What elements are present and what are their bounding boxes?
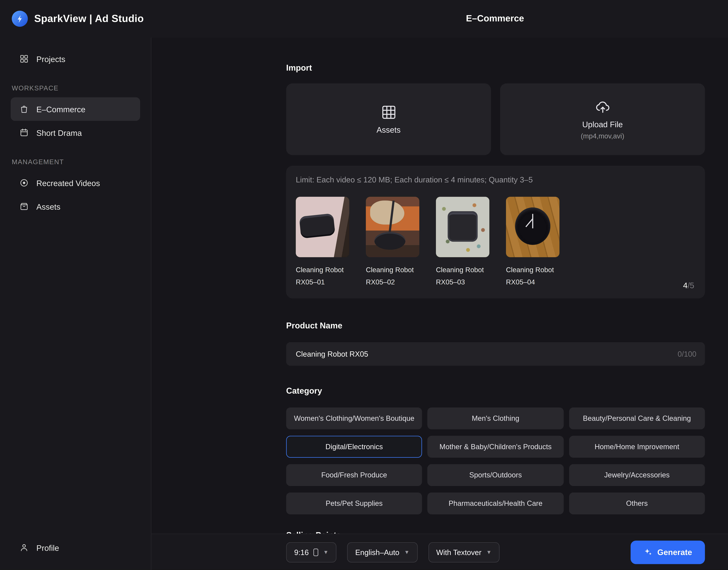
sidebar-item-label: E–Commerce [36,104,85,113]
import-cards: Assets Upload File (mp4,mov,avi) [286,83,705,155]
bottom-action-bar: 9:16 ▼ English–Auto ▼ With Textover ▼ Ge… [152,534,728,570]
archive-box-icon [19,202,29,211]
upload-file-card[interactable]: Upload File (mp4,mov,avi) [500,83,705,155]
uploaded-videos-panel: Limit: Each video ≤ 120 MB; Each duratio… [286,166,705,298]
video-item: Cleaning Robot RX05–03 [436,197,489,289]
video-item: Cleaning Robot RX05–04 [506,197,559,289]
video-title-line2: RX05–01 [296,276,349,289]
sidebar-item-label: Short Drama [36,128,82,137]
sidebar-item-short-drama[interactable]: Short Drama [11,121,140,145]
category-option[interactable]: Women's Clothing/Women's Boutique [286,407,422,429]
video-thumbnail[interactable] [366,197,419,257]
category-option[interactable]: Sports/Outdoors [428,464,563,486]
generate-button[interactable]: Generate [631,540,705,564]
main-content: Import Assets Upload File (mp4,mov,avi) … [152,37,728,570]
sidebar-item-profile[interactable]: Profile [11,536,141,559]
video-count-total: /5 [688,281,694,290]
sidebar-item-label: Recreated Videos [36,178,100,187]
video-title-line1: Cleaning Robot [436,264,489,276]
sidebar-section-management: MANAGEMENT [12,158,140,166]
sidebar-item-projects[interactable]: Projects [11,47,140,71]
category-grid: Women's Clothing/Women's Boutique Men's … [286,407,705,514]
upload-card-formats: (mp4,mov,avi) [581,132,624,140]
sidebar-item-label: Projects [36,54,65,63]
shopping-bag-icon [19,104,29,114]
category-option[interactable]: Pets/Pet Supplies [286,492,422,514]
brand-logo-icon [12,11,28,27]
upload-cloud-icon [594,99,611,115]
video-title-line2: RX05–03 [436,276,489,289]
category-option[interactable]: Pharmaceuticals/Health Care [428,492,563,514]
page-title: E–Commerce [152,13,728,24]
sidebar: Projects WORKSPACE E–Commerce Short Dram… [0,37,152,570]
product-name-input[interactable] [295,349,678,359]
category-option[interactable]: Others [569,492,705,514]
sidebar-section-workspace: WORKSPACE [12,84,140,92]
video-thumbnail[interactable] [506,197,559,257]
textover-value: With Textover [436,548,482,556]
upload-card-label: Upload File [582,119,623,128]
language-dropdown[interactable]: English–Auto ▼ [347,542,418,562]
projects-icon [19,54,29,64]
chevron-down-icon: ▼ [404,549,410,555]
generate-label: Generate [657,548,692,557]
video-thumbnail[interactable] [436,197,489,257]
product-name-field: 0/100 [286,342,705,366]
character-counter: 0/100 [678,350,696,358]
sidebar-item-recreated-videos[interactable]: Recreated Videos [11,171,140,195]
sidebar-item-ecommerce[interactable]: E–Commerce [11,97,140,121]
import-heading: Import [286,63,705,73]
video-thumbnail[interactable] [296,197,349,257]
chevron-down-icon: ▼ [486,549,492,555]
assets-card-label: Assets [377,125,401,134]
language-value: English–Auto [355,548,399,556]
person-icon [19,543,29,552]
app-window: SparkView | Ad Studio E–Commerce Project… [0,0,728,570]
category-option[interactable]: Beauty/Personal Care & Cleaning [569,407,705,429]
assets-import-card[interactable]: Assets [286,83,491,155]
film-grid-icon [381,104,397,120]
video-title-line1: Cleaning Robot [366,264,419,276]
video-thumbnails: Cleaning Robot RX05–01 Cleaning Robot RX… [296,197,695,289]
chevron-down-icon: ▼ [323,549,328,555]
category-option[interactable]: Home/Home Improvement [569,436,705,458]
video-count: 4/5 [683,281,694,290]
video-title-line2: RX05–02 [366,276,419,289]
category-option[interactable]: Food/Fresh Produce [286,464,422,486]
video-title-line2: RX05–04 [506,276,559,289]
category-option-selected[interactable]: Digital/Electronics [286,436,422,458]
sidebar-item-label: Assets [36,202,60,211]
video-item: Cleaning Robot RX05–01 [296,197,349,289]
video-count-current: 4 [683,281,688,290]
portrait-orientation-icon [314,548,318,556]
category-option[interactable]: Men's Clothing [428,407,563,429]
sidebar-item-assets[interactable]: Assets [11,195,140,218]
category-option[interactable]: Jewelry/Accessories [569,464,705,486]
category-heading: Category [286,386,705,395]
video-title-line1: Cleaning Robot [506,264,559,276]
textover-dropdown[interactable]: With Textover ▼ [428,542,500,562]
video-item: Cleaning Robot RX05–02 [366,197,419,289]
record-icon [19,178,29,188]
sidebar-item-label: Profile [36,543,59,552]
video-title-line1: Cleaning Robot [296,264,349,276]
calendar-icon [19,128,29,137]
brand-name: SparkView | Ad Studio [34,13,144,25]
category-option[interactable]: Mother & Baby/Children's Products [428,436,563,458]
aspect-ratio-value: 9:16 [294,548,309,556]
sparkle-icon [644,548,653,557]
upload-limit-text: Limit: Each video ≤ 120 MB; Each duratio… [296,176,695,184]
aspect-ratio-dropdown[interactable]: 9:16 ▼ [286,542,336,562]
product-name-heading: Product Name [286,321,705,330]
top-header: SparkView | Ad Studio E–Commerce [0,0,728,37]
